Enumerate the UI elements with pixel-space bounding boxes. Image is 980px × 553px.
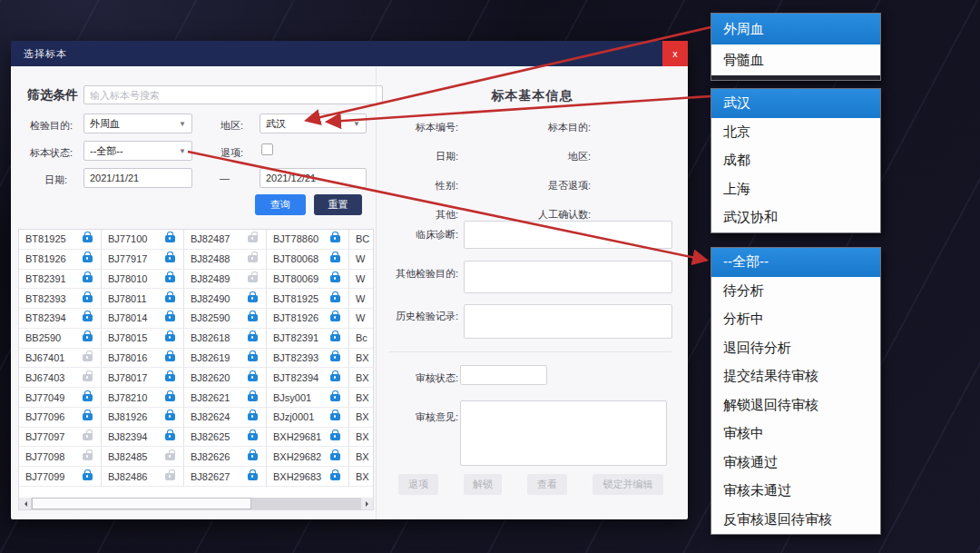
table-cell[interactable]: BJT82393 [267, 349, 349, 369]
table-cell[interactable]: BJ77099 [19, 467, 102, 487]
audit-opinion-field[interactable] [460, 400, 667, 466]
table-cell[interactable]: BJ82488 [184, 250, 267, 270]
region-dropdown[interactable]: 武汉 ▼ [260, 114, 367, 133]
popup-item[interactable]: 外周血 [711, 14, 880, 44]
table-cell[interactable]: BT81926 [19, 250, 102, 270]
table-cell[interactable]: BJ78010 [102, 270, 184, 290]
table-cell[interactable]: BJ78011 [102, 289, 184, 309]
date-to-input[interactable] [260, 168, 367, 188]
popup-item[interactable]: 反审核退回待审核 [711, 506, 880, 535]
table-cell[interactable]: BT82391 [19, 270, 102, 290]
table-cell[interactable]: BJT81925 [267, 289, 349, 309]
table-cell[interactable]: BX [349, 349, 373, 369]
table-cell[interactable]: BX [349, 408, 373, 428]
table-cell[interactable]: BC [349, 230, 373, 250]
return-item-button[interactable]: 退项 [398, 474, 438, 495]
search-input[interactable] [83, 85, 383, 104]
table-cell[interactable]: BJT82394 [267, 368, 349, 388]
view-button[interactable]: 查看 [527, 474, 567, 495]
popup-item[interactable]: --全部-- [711, 248, 880, 277]
table-cell[interactable]: BJ82618 [184, 329, 267, 349]
popup-item[interactable]: 北京 [711, 118, 880, 147]
close-icon[interactable]: x [662, 41, 688, 66]
table-cell[interactable]: BJ78014 [102, 309, 184, 329]
table-cell[interactable]: BJ77097 [19, 428, 102, 448]
lock-and-edit-button[interactable]: 锁定并编辑 [593, 474, 663, 495]
table-cell[interactable]: BJ82590 [184, 309, 267, 329]
popup-item[interactable]: 提交结果待审核 [711, 362, 880, 391]
table-cell[interactable]: BJT78860 [267, 230, 349, 250]
table-cell[interactable]: BX [349, 447, 373, 467]
scrollbar-thumb[interactable] [32, 498, 251, 509]
table-cell[interactable]: BJT81926 [267, 309, 349, 329]
scrollbar-right-arrow-icon[interactable] [361, 498, 373, 509]
table-cell[interactable]: BJ82487 [184, 230, 267, 250]
table-cell[interactable]: W [349, 289, 373, 309]
table-cell[interactable]: BJzj0001 [267, 408, 349, 428]
return-item-checkbox[interactable] [261, 143, 273, 155]
query-button[interactable]: 查询 [255, 194, 306, 215]
reset-button[interactable]: 重置 [314, 194, 362, 215]
table-cell[interactable]: BJ81926 [102, 408, 184, 428]
table-cell[interactable]: BJ77917 [102, 250, 184, 270]
popup-item[interactable]: 分析中 [711, 305, 880, 334]
table-cell[interactable]: BX [349, 467, 373, 487]
date-from-input[interactable] [83, 168, 192, 188]
popup-item[interactable]: 武汉协和 [711, 203, 880, 232]
table-cell[interactable]: BJT82391 [267, 329, 349, 349]
horizontal-scrollbar[interactable] [19, 498, 373, 509]
table-cell[interactable]: W [349, 250, 373, 270]
popup-item[interactable]: 审核通过 [711, 449, 880, 478]
other-purpose-field[interactable] [464, 261, 672, 293]
popup-item[interactable]: 上海 [711, 175, 880, 204]
table-cell[interactable]: BJ67403 [19, 368, 102, 388]
popup-item[interactable]: 审核中 [711, 420, 880, 449]
table-cell[interactable]: BJ82624 [184, 408, 267, 428]
popup-item[interactable]: 骨髓血 [711, 44, 880, 75]
popup-item[interactable]: 成都 [711, 146, 880, 175]
table-cell[interactable]: BX [349, 368, 373, 388]
audit-status-field[interactable] [460, 365, 547, 385]
table-cell[interactable]: BJ67401 [19, 349, 102, 369]
table-cell[interactable]: BJ82486 [102, 467, 184, 487]
table-cell[interactable]: BB2590 [19, 329, 102, 349]
table-cell[interactable]: BXH29683 [267, 467, 349, 487]
table-cell[interactable]: BJ82394 [102, 428, 184, 448]
table-cell[interactable]: BJ78210 [102, 388, 184, 408]
clinical-diagnosis-field[interactable] [464, 221, 672, 249]
table-cell[interactable]: W [349, 309, 373, 329]
table-cell[interactable]: BJ78017 [102, 368, 184, 388]
history-record-field[interactable] [464, 304, 672, 339]
popup-item[interactable]: 解锁退回待审核 [711, 391, 880, 420]
popup-item[interactable]: 武汉 [711, 89, 880, 118]
table-cell[interactable]: BJ82625 [184, 428, 267, 448]
table-cell[interactable]: BJ82621 [184, 388, 267, 408]
table-cell[interactable]: BJ82489 [184, 270, 267, 290]
table-cell[interactable]: BX [349, 388, 373, 408]
table-cell[interactable]: BX [349, 428, 373, 448]
table-cell[interactable]: BT82394 [19, 309, 102, 329]
table-cell[interactable]: Bc [349, 329, 373, 349]
unlock-button[interactable]: 解锁 [464, 474, 502, 495]
table-cell[interactable]: BJ77100 [102, 230, 184, 250]
table-cell[interactable]: BJ77049 [19, 388, 102, 408]
table-cell[interactable]: BJ77096 [19, 408, 102, 428]
scrollbar-left-arrow-icon[interactable] [19, 498, 31, 509]
popup-item[interactable]: 审核未通过 [711, 477, 880, 506]
table-cell[interactable]: BJ78015 [102, 329, 184, 349]
table-cell[interactable]: BT81925 [19, 230, 102, 250]
table-cell[interactable]: BXH29681 [267, 428, 349, 448]
table-cell[interactable]: BJT80068 [267, 250, 349, 270]
table-cell[interactable]: BJ82620 [184, 368, 267, 388]
popup-item[interactable]: 退回待分析 [711, 334, 880, 363]
purpose-dropdown[interactable]: 外周血 ▼ [83, 114, 192, 133]
table-cell[interactable]: BJ82627 [184, 467, 267, 487]
popup-item[interactable]: 待分析 [711, 277, 880, 306]
table-cell[interactable]: BXH29682 [267, 447, 349, 467]
table-cell[interactable]: BJ78016 [102, 349, 184, 369]
table-cell[interactable]: BJ77098 [19, 447, 102, 467]
table-cell[interactable]: W [349, 270, 373, 290]
table-cell[interactable]: BJ82485 [102, 447, 184, 467]
table-cell[interactable]: BT82393 [19, 289, 102, 309]
status-dropdown[interactable]: --全部-- ▼ [83, 141, 192, 161]
